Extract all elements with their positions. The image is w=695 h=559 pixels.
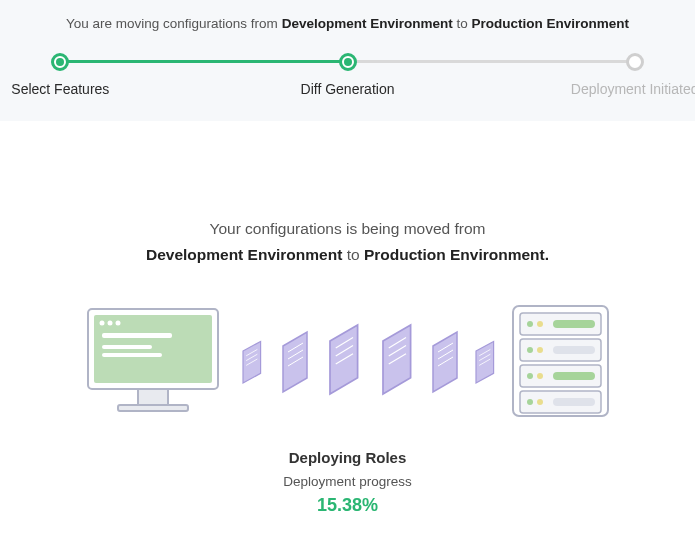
- status-block: Deploying Roles Deployment progress 15.3…: [0, 449, 695, 516]
- step-node-diff-generation[interactable]: [339, 53, 357, 71]
- progress-label: Deployment progress: [0, 474, 695, 489]
- svg-rect-50: [553, 398, 595, 406]
- svg-rect-42: [553, 346, 595, 354]
- svg-rect-7: [102, 353, 162, 357]
- svg-rect-46: [553, 372, 595, 380]
- moving-caption: You are moving configurations from Devel…: [0, 16, 695, 31]
- step-label-deployment-initiated: Deployment Initiated: [571, 81, 695, 97]
- stepper: Select Features Diff Generation Deployme…: [42, 53, 653, 101]
- moving-caption-to: Production Environment: [471, 16, 629, 31]
- wizard-header: You are moving configurations from Devel…: [0, 0, 695, 121]
- stepper-track-1: [60, 60, 347, 63]
- step-node-deployment-initiated[interactable]: [626, 53, 644, 71]
- svg-rect-5: [102, 333, 172, 338]
- body-line-2: Development Environment to Production En…: [0, 242, 695, 268]
- step-label-diff-generation: Diff Generation: [301, 81, 395, 97]
- monitor-icon: [88, 309, 218, 411]
- svg-point-44: [527, 373, 533, 379]
- svg-point-41: [537, 347, 543, 353]
- moving-caption-mid: to: [456, 16, 467, 31]
- progress-percent: 15.38%: [0, 495, 695, 516]
- svg-rect-8: [138, 389, 168, 405]
- moving-caption-prefix: You are moving configurations from: [66, 16, 278, 31]
- body-line-1: Your configurations is being moved from: [0, 216, 695, 242]
- body-to-env: Production Environment.: [364, 246, 549, 263]
- svg-point-49: [537, 399, 543, 405]
- body-mid: to: [347, 246, 360, 263]
- deployment-illustration: [68, 291, 628, 431]
- svg-point-3: [107, 320, 112, 325]
- svg-point-48: [527, 399, 533, 405]
- body-from-env: Development Environment: [146, 246, 342, 263]
- step-node-select-features[interactable]: [51, 53, 69, 71]
- current-task: Deploying Roles: [0, 449, 695, 466]
- server-icon: [513, 306, 608, 416]
- svg-rect-38: [553, 320, 595, 328]
- svg-point-2: [99, 320, 104, 325]
- main-content: Your configurations is being moved from …: [0, 121, 695, 516]
- step-label-select-features: Select Features: [11, 81, 109, 97]
- stepper-track-2: [348, 60, 635, 63]
- svg-rect-9: [118, 405, 188, 411]
- svg-point-4: [115, 320, 120, 325]
- svg-point-45: [537, 373, 543, 379]
- svg-point-36: [527, 321, 533, 327]
- svg-rect-6: [102, 345, 152, 349]
- moving-caption-from: Development Environment: [282, 16, 453, 31]
- files-icon: [243, 325, 494, 394]
- svg-point-37: [537, 321, 543, 327]
- svg-point-40: [527, 347, 533, 353]
